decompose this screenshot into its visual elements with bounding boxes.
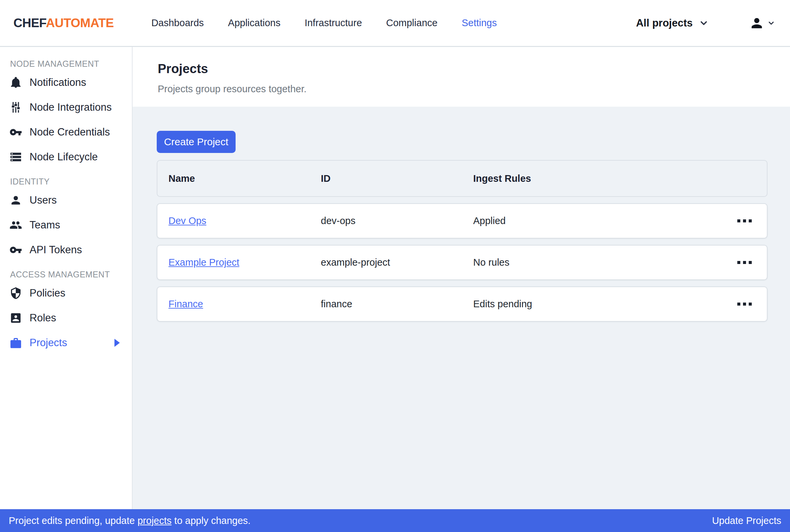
section-label: IDENTITY: [10, 177, 132, 187]
chef-automate-logo[interactable]: CHEFAUTOMATE: [14, 16, 114, 30]
projects-link[interactable]: projects: [137, 515, 172, 526]
sliders-icon: [10, 101, 22, 114]
logo-chef: CHEF: [14, 16, 46, 30]
sidebar-item-label: Policies: [30, 287, 65, 299]
nav-settings[interactable]: Settings: [462, 17, 497, 28]
row-menu-button[interactable]: [737, 303, 752, 306]
table-header-row: Name ID Ingest Rules: [157, 160, 768, 197]
project-filter-dropdown[interactable]: All projects: [636, 17, 709, 29]
key-icon: [10, 126, 22, 138]
project-id: finance: [321, 299, 473, 310]
update-projects-button[interactable]: Update Projects: [712, 515, 781, 526]
ingest-rules-status: Edits pending: [473, 299, 722, 310]
settings-sidebar: NODE MANAGEMENT Notifications Node Integ…: [0, 47, 133, 509]
sidebar-item-node-lifecycle[interactable]: Node Lifecycle: [0, 145, 132, 169]
sidebar-item-label: Users: [30, 194, 57, 206]
ingest-rules-status: Applied: [473, 215, 722, 226]
key-icon: [10, 244, 22, 256]
nav-right: All projects: [636, 15, 775, 31]
message-prefix: Project edits pending, update: [9, 515, 137, 526]
sidebar-item-users[interactable]: Users: [0, 188, 132, 213]
sidebar-item-label: Projects: [30, 337, 67, 349]
section-label: NODE MANAGEMENT: [10, 59, 132, 69]
column-header-ingest-rules: Ingest Rules: [473, 173, 722, 184]
people-icon: [10, 219, 22, 231]
sidebar-item-policies[interactable]: Policies: [0, 281, 132, 306]
nav-infrastructure[interactable]: Infrastructure: [305, 17, 362, 28]
sidebar-section-access-management: ACCESS MANAGEMENT Policies Roles Project…: [0, 270, 132, 355]
pending-edits-message: Project edits pending, update projects t…: [9, 515, 251, 526]
project-filter-label: All projects: [636, 17, 693, 29]
sidebar-section-node-management: NODE MANAGEMENT Notifications Node Integ…: [0, 59, 132, 169]
shield-icon: [10, 287, 22, 300]
user-icon: [10, 194, 22, 207]
sidebar-item-label: Notifications: [30, 76, 86, 89]
main-nav: Dashboards Applications Infrastructure C…: [151, 17, 497, 28]
nav-applications[interactable]: Applications: [228, 17, 280, 28]
projects-table: Name ID Ingest Rules Dev Ops dev-ops App…: [157, 160, 768, 322]
sidebar-item-label: Node Integrations: [30, 101, 112, 113]
top-navigation: CHEFAUTOMATE Dashboards Applications Inf…: [0, 0, 790, 47]
section-label: ACCESS MANAGEMENT: [10, 270, 132, 280]
sidebar-item-api-tokens[interactable]: API Tokens: [0, 238, 132, 262]
column-header-name: Name: [168, 173, 321, 184]
row-menu-button[interactable]: [737, 220, 752, 222]
project-link-finance[interactable]: Finance: [168, 299, 203, 309]
project-id: example-project: [321, 257, 473, 268]
sidebar-item-label: Roles: [30, 312, 56, 324]
logo-automate: AUTOMATE: [46, 16, 114, 30]
ingest-rules-status: No rules: [473, 257, 722, 268]
chevron-down-icon: [699, 18, 709, 28]
nav-compliance[interactable]: Compliance: [386, 17, 438, 28]
active-item-arrow-icon: [114, 339, 120, 347]
list-icon: [10, 151, 22, 163]
table-row: Dev Ops dev-ops Applied: [157, 203, 768, 239]
sidebar-item-label: Node Credentials: [30, 126, 110, 138]
projects-content: Create Project Name ID Ingest Rules Dev …: [133, 107, 790, 509]
sidebar-item-label: Teams: [30, 219, 60, 231]
table-row: Example Project example-project No rules: [157, 245, 768, 280]
chevron-down-icon: [767, 19, 775, 27]
page-subtitle: Projects group resources together.: [158, 83, 790, 95]
sidebar-item-node-integrations[interactable]: Node Integrations: [0, 95, 132, 120]
user-icon: [749, 15, 765, 31]
create-project-button[interactable]: Create Project: [157, 131, 236, 153]
project-link-example-project[interactable]: Example Project: [168, 257, 239, 268]
page-title: Projects: [158, 62, 790, 76]
sidebar-item-roles[interactable]: Roles: [0, 306, 132, 330]
column-header-id: ID: [321, 173, 473, 184]
sidebar-item-label: Node Lifecycle: [30, 151, 98, 163]
sidebar-item-label: API Tokens: [30, 244, 82, 256]
row-menu-button[interactable]: [737, 261, 752, 264]
table-row: Finance finance Edits pending: [157, 286, 768, 322]
sidebar-item-projects[interactable]: Projects: [0, 330, 132, 355]
project-id: dev-ops: [321, 215, 473, 226]
badge-icon: [10, 311, 22, 324]
sidebar-section-identity: IDENTITY Users Teams API Tokens: [0, 177, 132, 262]
pending-edits-banner: Project edits pending, update projects t…: [0, 509, 790, 532]
project-link-dev-ops[interactable]: Dev Ops: [168, 215, 206, 226]
sidebar-item-node-credentials[interactable]: Node Credentials: [0, 120, 132, 145]
sidebar-item-notifications[interactable]: Notifications: [0, 70, 132, 95]
user-menu[interactable]: [749, 15, 775, 31]
nav-dashboards[interactable]: Dashboards: [151, 17, 204, 28]
page-header: Projects Projects group resources togeth…: [133, 47, 790, 107]
sidebar-item-teams[interactable]: Teams: [0, 213, 132, 238]
bell-icon: [10, 76, 22, 89]
main-area: Projects Projects group resources togeth…: [133, 47, 790, 509]
briefcase-icon: [10, 337, 22, 349]
message-suffix: to apply changes.: [171, 515, 250, 526]
